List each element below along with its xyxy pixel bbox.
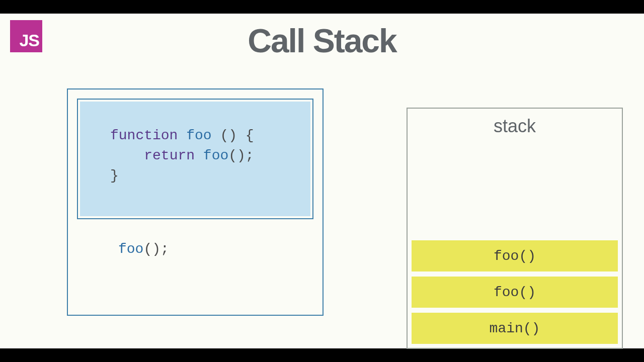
stack-frame: foo() — [412, 277, 618, 308]
code-line-call: foo(); — [118, 239, 283, 259]
code-panel: function foo () { return foo(); } foo(); — [67, 88, 324, 316]
stack-spacer — [412, 137, 618, 240]
token-plain: () { — [220, 128, 254, 143]
code-line-3: } — [110, 166, 280, 186]
code-line-1: function foo () { — [110, 126, 280, 146]
slide: JS Call Stack function foo () { return f… — [0, 14, 644, 348]
token-keyword: function — [110, 128, 178, 143]
token-function: foo — [195, 148, 228, 163]
token-plain: (); — [228, 148, 254, 163]
token-indent — [110, 148, 144, 163]
token-plain: (); — [143, 241, 169, 257]
token-plain: } — [110, 168, 119, 184]
code-rest: foo(); — [77, 219, 313, 259]
stack-frames: foo() foo() main() — [412, 240, 618, 344]
token-function: foo — [178, 128, 220, 143]
stack-frame: main() — [412, 313, 618, 344]
code-highlight-inner: function foo () { return foo(); } — [80, 102, 310, 216]
stack-panel: stack foo() foo() main() — [407, 108, 623, 349]
stack-frame: foo() — [412, 240, 618, 272]
stack-label: stack — [412, 116, 618, 137]
code-highlight-outer: function foo () { return foo(); } — [77, 99, 313, 219]
slide-title: Call Stack — [0, 22, 644, 60]
token-keyword: return — [144, 148, 195, 163]
token-function: foo — [118, 241, 143, 257]
code-line-2: return foo(); — [110, 146, 280, 166]
